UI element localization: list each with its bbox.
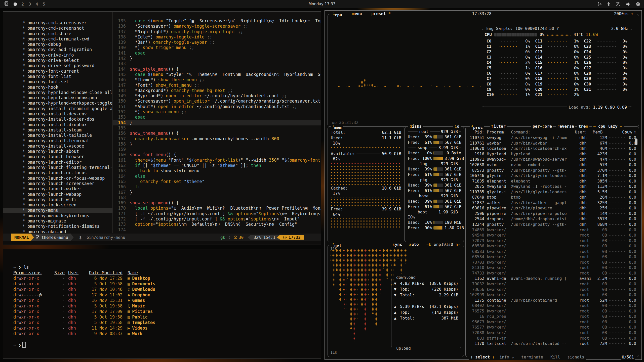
tab-tree[interactable]: tree bbox=[577, 124, 589, 129]
process-row[interactable]: 87573 ghostty /usr/bin/ghostty --gtk- dh… bbox=[466, 167, 639, 173]
tab-menu[interactable]: menu bbox=[351, 11, 363, 16]
file-list-item[interactable]: *omarchy-drive-set-password bbox=[3, 63, 112, 68]
file-list-item[interactable]: *omarchy-install-chromium-google-a bbox=[3, 106, 112, 111]
code-editor-pane[interactable]: 135 case $(menu "Toggle" "▣ Screensaver\… bbox=[112, 12, 321, 233]
file-list-item[interactable]: *omarchy-hook bbox=[3, 85, 112, 90]
file-list-item[interactable]: *omarchy-launch-screensaver bbox=[3, 181, 112, 186]
terminal-window[interactable]: ~ ❯ ls Permissions Size User Date Modifi… bbox=[3, 249, 321, 359]
process-row[interactable]: 68584 kworker/ root 0B 0.0 bbox=[466, 254, 639, 260]
file-list-item[interactable]: *omarchy-install-dropbox bbox=[3, 122, 112, 127]
file-list-item[interactable]: *omarchy-install-docker-dbs bbox=[3, 117, 112, 122]
file-list-item[interactable]: *omarchy-launch-wifi bbox=[3, 197, 112, 202]
file-list-item[interactable]: *omarchy-cmd-share bbox=[3, 31, 112, 36]
file-list-item[interactable]: *omarchy-launch-about bbox=[3, 149, 112, 154]
process-row[interactable]: 73703 kworker/ root 0B 0.0 bbox=[466, 260, 639, 265]
file-list-item[interactable]: *omarchy-hyprland-workspace-toggle bbox=[3, 101, 112, 106]
process-row[interactable]: 76577 kworker/ root 0B 0.0 bbox=[466, 325, 639, 330]
process-row[interactable]: 87649 btop btop dhh 26M 0.0 bbox=[466, 195, 639, 200]
file-list-item[interactable]: *omarchy-launch-or-focus-webapp bbox=[3, 176, 112, 181]
file-list-item[interactable]: *omarchy-install-steam bbox=[3, 127, 112, 133]
workspace-2[interactable]: 2 bbox=[21, 2, 24, 7]
tab-interface[interactable]: ←b enp191s0 n→ bbox=[425, 242, 462, 247]
tab-reverse[interactable]: reverse bbox=[556, 124, 575, 129]
process-row[interactable]: 1162 avahi-da avahi-daemon: running [ av… bbox=[466, 276, 639, 281]
file-list-item[interactable]: *omarchy-launch-webapp bbox=[3, 192, 112, 197]
tab-mem[interactable]: 2mem bbox=[331, 124, 343, 130]
file-list-item[interactable]: *omarchy-launch-browser bbox=[3, 154, 112, 159]
workspace-4[interactable]: 4 bbox=[35, 2, 38, 7]
col-program[interactable]: Program: bbox=[484, 130, 511, 134]
tab-preset[interactable]: preset * bbox=[370, 11, 392, 16]
process-row[interactable]: 68583 kworker/ root 0B 0.0 bbox=[466, 249, 639, 254]
process-row[interactable]: 1275 containe /usr/bin/containerd root 5… bbox=[466, 297, 639, 303]
workspace-5[interactable]: 5 bbox=[43, 2, 45, 7]
process-row[interactable]: 102999 kworker/ root 0B 0.0 bbox=[466, 292, 639, 298]
process-row[interactable]: 76575 kworker/ root 0B 0.0 bbox=[466, 308, 639, 314]
workspace-3[interactable]: 3 bbox=[28, 2, 31, 7]
file-list-item[interactable]: *omarchy-lock-screen bbox=[3, 202, 112, 208]
proc-scrollbar[interactable] bbox=[635, 139, 637, 145]
process-row[interactable]: 2544 dropbox /home/dhh/.dropbox-dist dhh… bbox=[466, 216, 639, 222]
file-list-item[interactable]: *omarchy-font-current bbox=[3, 69, 112, 74]
process-row[interactable]: 110761 waybar /usr/bin/waybar dhh 67M 0.… bbox=[466, 141, 639, 146]
file-list-item[interactable]: *omarchy-install-tailscale bbox=[3, 133, 112, 138]
process-row[interactable]: 71835 elephant elephant dhh 385M 0.0 bbox=[466, 178, 639, 184]
col-user[interactable]: User: bbox=[575, 130, 589, 134]
volume-icon[interactable] bbox=[626, 2, 631, 7]
process-row[interactable]: 110785 glycin-i /usr/lib/glycin-loaders … bbox=[466, 189, 639, 195]
file-list-item[interactable]: *omarchy-install-dev-env bbox=[3, 111, 112, 117]
process-row[interactable]: 74869 kworker/ root 0B 0.0 bbox=[466, 227, 639, 233]
file-list-item[interactable]: *omarchy-font-set bbox=[3, 79, 112, 84]
process-row[interactable]: 72088 kworker/ root 0B 0.0 bbox=[466, 330, 639, 336]
file-list-item[interactable]: *omarchy-cmd-screenshot bbox=[3, 26, 112, 31]
omarchy-logo-icon[interactable] bbox=[4, 1, 9, 7]
process-row[interactable]: 110971 swayosd- /usr/bin/swayosd-server … bbox=[466, 157, 639, 162]
tab-sync[interactable]: sync bbox=[391, 242, 404, 247]
file-list-item[interactable]: *omarchy-menu-keybindings bbox=[3, 213, 112, 218]
file-list-item[interactable]: *omarchy-debug bbox=[3, 42, 112, 47]
file-list-item[interactable]: *omarchy-drive-info bbox=[3, 53, 112, 58]
network-icon[interactable] bbox=[615, 2, 621, 7]
process-row[interactable]: 94540 kworker/ root 0B 0.0 bbox=[466, 233, 639, 238]
process-row[interactable]: 72073 kworker/ root 0B 0.0 bbox=[466, 238, 639, 243]
file-list-item[interactable]: *omarchy-cmd-terminal-cwd bbox=[3, 36, 112, 42]
process-row[interactable]: 106746 glycin-i /usr/lib/glycin-loaders … bbox=[466, 173, 639, 178]
process-row[interactable]: 79032 kworker/ root 0B 0.0 bbox=[466, 281, 639, 287]
process-row[interactable]: 68402 kworker/ root 0B 0.0 bbox=[466, 303, 639, 308]
prompt-line-2[interactable]: ~ ❯ bbox=[13, 342, 321, 347]
file-list-item[interactable]: *omarchy-cmd-screensaver bbox=[3, 20, 112, 26]
file-list-item[interactable]: *omarchy-migrate bbox=[3, 218, 112, 224]
process-row[interactable]: 73656 kworker/ root 0B 0.0 bbox=[466, 287, 639, 292]
file-list-item[interactable]: *omarchy-drive-select bbox=[3, 58, 112, 63]
sort-arrow[interactable]: ↑ bbox=[632, 130, 636, 134]
process-row[interactable]: 68586 kworker/ root 0B 0.0 bbox=[466, 243, 639, 249]
process-row[interactable]: 1170 tailscal /usr/sbin/tailscaled -- ro… bbox=[466, 341, 639, 346]
process-row[interactable]: 71837 walker /usr/bin/walker --gappl dhh… bbox=[466, 200, 639, 206]
process-row[interactable]: 16 rcu_pree root 0B 0.0 bbox=[466, 314, 639, 319]
process-row[interactable]: 2075 Xwayland Xwayland :1 -rootless - dh… bbox=[466, 184, 639, 189]
file-list-item[interactable]: *omarchy-launch-editor bbox=[3, 160, 112, 165]
process-row[interactable]: 110670 localsea /usr/lib/localsearch-ex … bbox=[466, 146, 639, 151]
file-list-item[interactable]: *omarchy-dev-add-migration bbox=[3, 47, 112, 52]
logout-icon[interactable] bbox=[597, 2, 602, 7]
tab-cpu-lazy[interactable]: ← cpu lazy → bbox=[592, 124, 624, 129]
process-row[interactable]: 63816 pipewire /usr/bin/pipewire dhh 25M… bbox=[466, 205, 639, 211]
tab-proc[interactable]: 4proc bbox=[470, 124, 484, 130]
tab-io[interactable]: io bbox=[453, 124, 461, 129]
col-cpu[interactable]: Cpu% bbox=[622, 130, 632, 134]
process-row[interactable]: 1916 Hyprland Hyprland dhh 423M 0.0 bbox=[466, 151, 639, 157]
file-list-item[interactable]: *omarchy-hyprland-window-close-all bbox=[3, 90, 112, 95]
file-list-item[interactable]: *omarchy-launch-floating-terminal- bbox=[3, 165, 112, 170]
refresh-interval[interactable]: - 2000ms + bbox=[608, 11, 635, 16]
tab-disks[interactable]: disks bbox=[408, 124, 423, 129]
process-row[interactable]: 12244 ghostty /usr/bin/ghostty --gtk- dh… bbox=[466, 222, 639, 227]
file-list-item[interactable]: *omarchy-hyprland-window-pop bbox=[3, 95, 112, 101]
process-row[interactable]: 110751 swaybg /usr/bin/swaybg -i /hom dh… bbox=[466, 135, 639, 141]
tab-per-core[interactable]: per-core bbox=[531, 124, 553, 129]
file-list-item[interactable]: *omarchy-install-vscode bbox=[3, 144, 112, 149]
workspace-1-active[interactable] bbox=[14, 3, 17, 6]
file-list-item[interactable]: *omarchy-install-terminal bbox=[3, 138, 112, 144]
process-row[interactable]: 95673 kworker/ root 0B 0.0 bbox=[466, 319, 639, 325]
process-row[interactable]: 102638 nvim nvim --embed . dhh 57M 0.0 bbox=[466, 162, 639, 168]
bluetooth-icon[interactable] bbox=[607, 2, 610, 7]
